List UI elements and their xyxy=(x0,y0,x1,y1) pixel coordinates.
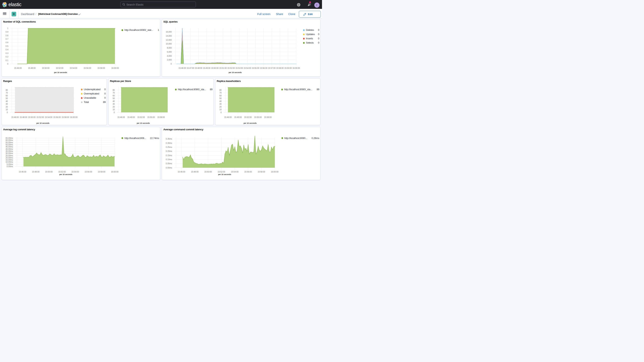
svg-text:20: 20 xyxy=(112,106,115,108)
svg-text:15:49:00: 15:49:00 xyxy=(234,116,242,118)
svg-text:15.00ms: 15.00ms xyxy=(6,159,13,161)
svg-text:0.5: 0.5 xyxy=(6,45,8,47)
svg-text:16:00:00: 16:00:00 xyxy=(111,171,118,173)
svg-text:10: 10 xyxy=(220,108,222,111)
svg-text:0.15ms: 0.15ms xyxy=(166,154,172,156)
svg-text:15:52:00: 15:52:00 xyxy=(227,67,235,69)
svg-text:15:58:00: 15:58:00 xyxy=(98,67,105,69)
svg-text:15:58:00: 15:58:00 xyxy=(264,116,272,118)
svg-text:5.00ms: 5.00ms xyxy=(7,163,13,166)
svg-text:0.8: 0.8 xyxy=(6,34,8,36)
svg-text:50: 50 xyxy=(112,97,115,100)
svg-text:15:46:00: 15:46:00 xyxy=(12,116,19,118)
svg-text:15:48:00: 15:48:00 xyxy=(20,116,27,118)
svg-text:15:48:00: 15:48:00 xyxy=(32,171,40,173)
svg-text:0.6: 0.6 xyxy=(6,42,8,44)
svg-text:15:48:00: 15:48:00 xyxy=(191,171,198,173)
svg-text:16:00:00: 16:00:00 xyxy=(70,116,78,118)
svg-text:40: 40 xyxy=(220,100,222,102)
svg-text:15:58:00: 15:58:00 xyxy=(98,171,105,173)
svg-text:60: 60 xyxy=(220,95,222,97)
svg-text:15:58:00: 15:58:00 xyxy=(157,116,165,118)
svg-text:50: 50 xyxy=(220,97,222,100)
svg-text:15:52:00: 15:52:00 xyxy=(36,116,44,118)
svg-text:16:00:00: 16:00:00 xyxy=(271,171,278,173)
svg-text:70: 70 xyxy=(220,92,222,94)
svg-text:15:47:00: 15:47:00 xyxy=(187,67,194,69)
svg-text:30: 30 xyxy=(112,103,115,105)
svg-text:15:50:00: 15:50:00 xyxy=(204,171,212,173)
svg-text:0.10ms: 0.10ms xyxy=(166,158,172,160)
svg-text:40.00ms: 40.00ms xyxy=(6,148,13,150)
svg-text:0.2: 0.2 xyxy=(6,56,8,58)
svg-text:15:46:00: 15:46:00 xyxy=(14,67,22,69)
svg-text:15:50:00: 15:50:00 xyxy=(211,67,219,69)
svg-text:15:50:00: 15:50:00 xyxy=(28,116,36,118)
svg-text:0.00ms: 0.00ms xyxy=(7,166,13,168)
svg-text:15:59:00: 15:59:00 xyxy=(284,67,292,69)
svg-text:per 10 seconds: per 10 seconds xyxy=(60,174,72,176)
svg-text:40: 40 xyxy=(112,100,115,102)
svg-text:0.00ms: 0.00ms xyxy=(166,167,172,169)
svg-text:30: 30 xyxy=(220,103,222,105)
svg-text:0.25ms: 0.25ms xyxy=(166,146,172,148)
svg-text:15:57:00: 15:57:00 xyxy=(268,67,276,69)
svg-text:15:46:00: 15:46:00 xyxy=(19,171,26,173)
svg-text:0: 0 xyxy=(7,112,8,114)
svg-text:per 10 seconds: per 10 seconds xyxy=(137,122,150,124)
svg-text:16:00:00: 16:00:00 xyxy=(112,67,119,69)
svg-text:per 10 seconds: per 10 seconds xyxy=(36,122,50,124)
svg-text:15:52:00: 15:52:00 xyxy=(58,171,66,173)
svg-text:15:54:00: 15:54:00 xyxy=(244,67,251,69)
svg-text:6,000: 6,000 xyxy=(167,51,172,53)
svg-text:15:56:00: 15:56:00 xyxy=(260,67,268,69)
svg-text:15:46:00: 15:46:00 xyxy=(118,116,125,118)
svg-text:15:58:00: 15:58:00 xyxy=(276,67,284,69)
svg-text:0: 0 xyxy=(171,63,172,65)
svg-text:per 10 seconds: per 10 seconds xyxy=(218,174,231,176)
svg-text:35.00ms: 35.00ms xyxy=(6,150,13,152)
svg-text:per 10 seconds: per 10 seconds xyxy=(54,72,67,74)
svg-text:15:49:00: 15:49:00 xyxy=(203,67,210,69)
svg-text:0.7: 0.7 xyxy=(6,38,8,40)
svg-text:20: 20 xyxy=(220,106,222,108)
svg-text:0.4: 0.4 xyxy=(6,48,8,51)
svg-text:15:48:00: 15:48:00 xyxy=(195,67,202,69)
svg-text:45.00ms: 45.00ms xyxy=(6,146,13,148)
svg-text:8,000: 8,000 xyxy=(167,47,172,49)
svg-text:15:56:00: 15:56:00 xyxy=(84,67,91,69)
svg-text:15:58:00: 15:58:00 xyxy=(258,171,265,173)
svg-text:per 10 seconds: per 10 seconds xyxy=(229,72,242,74)
svg-text:15:52:00: 15:52:00 xyxy=(137,116,145,118)
svg-text:16:00:00: 16:00:00 xyxy=(292,67,300,69)
svg-text:0: 0 xyxy=(220,112,222,114)
svg-text:20: 20 xyxy=(6,106,8,108)
svg-text:15:54:00: 15:54:00 xyxy=(70,67,77,69)
svg-text:2,000: 2,000 xyxy=(167,59,172,61)
svg-text:60: 60 xyxy=(112,95,115,97)
svg-text:0.30ms: 0.30ms xyxy=(166,142,172,144)
svg-text:15:58:00: 15:58:00 xyxy=(62,116,69,118)
svg-text:15:46:00: 15:46:00 xyxy=(178,67,186,69)
svg-text:0: 0 xyxy=(114,112,115,114)
svg-text:15:55:00: 15:55:00 xyxy=(254,116,262,118)
svg-text:15:46:00: 15:46:00 xyxy=(224,116,232,118)
svg-text:0.3: 0.3 xyxy=(6,52,8,54)
svg-text:15:50:00: 15:50:00 xyxy=(42,67,50,69)
svg-text:0.05ms: 0.05ms xyxy=(166,162,172,164)
svg-text:15:49:00: 15:49:00 xyxy=(128,116,135,118)
svg-text:55.00ms: 55.00ms xyxy=(6,142,13,144)
svg-text:70: 70 xyxy=(112,92,115,94)
svg-text:15:53:00: 15:53:00 xyxy=(236,67,243,69)
svg-text:15:50:00: 15:50:00 xyxy=(45,171,53,173)
svg-text:0: 0 xyxy=(7,63,8,65)
svg-text:15:54:00: 15:54:00 xyxy=(231,171,238,173)
svg-text:15:55:00: 15:55:00 xyxy=(252,67,259,69)
svg-text:15:56:00: 15:56:00 xyxy=(85,171,92,173)
svg-text:25.00ms: 25.00ms xyxy=(6,154,13,157)
svg-text:30.00ms: 30.00ms xyxy=(6,152,13,154)
svg-text:10.00ms: 10.00ms xyxy=(6,161,13,163)
svg-text:15:54:00: 15:54:00 xyxy=(72,171,79,173)
svg-text:10: 10 xyxy=(112,108,115,111)
svg-text:15:56:00: 15:56:00 xyxy=(244,171,252,173)
